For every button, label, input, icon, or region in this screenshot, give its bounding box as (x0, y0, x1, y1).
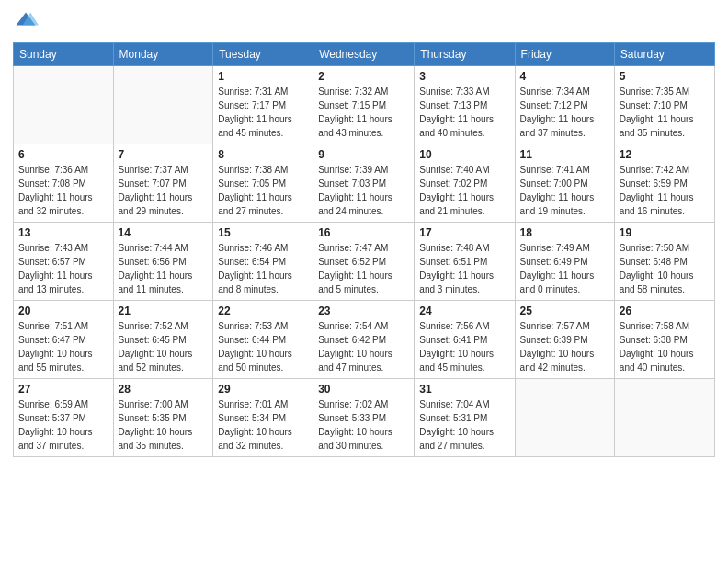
day-detail: Sunrise: 7:58 AMSunset: 6:38 PMDaylight:… (620, 319, 710, 374)
day-detail: Sunrise: 7:32 AMSunset: 7:15 PMDaylight:… (318, 85, 409, 140)
sunrise-text: Sunrise: 7:52 AM (119, 321, 188, 331)
day-detail: Sunrise: 7:53 AMSunset: 6:44 PMDaylight:… (218, 319, 308, 374)
day-detail: Sunrise: 7:47 AMSunset: 6:52 PMDaylight:… (318, 241, 409, 296)
day-detail: Sunrise: 7:04 AMSunset: 5:31 PMDaylight:… (419, 397, 509, 453)
calendar-cell: 2Sunrise: 7:32 AMSunset: 7:15 PMDaylight… (313, 66, 415, 144)
sunset-text: Sunset: 6:38 PM (620, 335, 688, 345)
day-number: 28 (119, 383, 209, 396)
day-number: 29 (218, 383, 308, 396)
day-detail: Sunrise: 7:44 AMSunset: 6:56 PMDaylight:… (119, 241, 209, 296)
weekday-header-monday: Monday (113, 43, 213, 66)
daylight-text: Daylight: 11 hours and 19 minutes. (520, 192, 595, 216)
logo-icon (13, 9, 39, 35)
day-detail: Sunrise: 7:01 AMSunset: 5:34 PMDaylight:… (218, 397, 308, 453)
sunset-text: Sunset: 5:34 PM (218, 413, 286, 423)
calendar-cell: 1Sunrise: 7:31 AMSunset: 7:17 PMDaylight… (213, 66, 313, 144)
sunrise-text: Sunrise: 7:44 AM (119, 243, 188, 253)
sunset-text: Sunset: 6:48 PM (620, 257, 688, 267)
weekday-header-friday: Friday (515, 43, 614, 66)
sunset-text: Sunset: 6:42 PM (318, 335, 386, 345)
sunrise-text: Sunrise: 7:00 AM (119, 399, 188, 409)
day-detail: Sunrise: 7:37 AMSunset: 7:07 PMDaylight:… (119, 163, 209, 218)
calendar-cell: 8Sunrise: 7:38 AMSunset: 7:05 PMDaylight… (213, 144, 313, 223)
sunset-text: Sunset: 5:37 PM (18, 413, 86, 423)
calendar-cell: 27Sunrise: 6:59 AMSunset: 5:37 PMDayligh… (14, 379, 114, 457)
daylight-text: Daylight: 10 hours and 35 minutes. (119, 427, 193, 451)
day-number: 26 (620, 304, 710, 317)
sunset-text: Sunset: 6:51 PM (419, 257, 487, 267)
daylight-text: Daylight: 10 hours and 52 minutes. (119, 349, 193, 373)
sunrise-text: Sunrise: 7:47 AM (318, 243, 388, 253)
calendar-cell: 19Sunrise: 7:50 AMSunset: 6:48 PMDayligh… (614, 223, 714, 301)
calendar-cell: 30Sunrise: 7:02 AMSunset: 5:33 PMDayligh… (313, 379, 415, 457)
daylight-text: Daylight: 11 hours and 24 minutes. (318, 192, 392, 216)
calendar-page: SundayMondayTuesdayWednesdayThursdayFrid… (0, 0, 728, 563)
sunrise-text: Sunrise: 7:48 AM (419, 243, 489, 253)
calendar-cell: 11Sunrise: 7:41 AMSunset: 7:00 PMDayligh… (515, 144, 614, 223)
day-detail: Sunrise: 7:34 AMSunset: 7:12 PMDaylight:… (520, 85, 609, 140)
calendar-cell: 21Sunrise: 7:52 AMSunset: 6:45 PMDayligh… (113, 301, 213, 379)
sunrise-text: Sunrise: 7:43 AM (18, 243, 88, 253)
daylight-text: Daylight: 11 hours and 21 minutes. (419, 192, 494, 216)
day-number: 21 (119, 304, 209, 317)
calendar-table: SundayMondayTuesdayWednesdayThursdayFrid… (13, 42, 715, 457)
day-number: 6 (18, 148, 108, 161)
calendar-cell: 24Sunrise: 7:56 AMSunset: 6:41 PMDayligh… (415, 301, 515, 379)
calendar-cell: 4Sunrise: 7:34 AMSunset: 7:12 PMDaylight… (515, 66, 614, 144)
calendar-cell: 23Sunrise: 7:54 AMSunset: 6:42 PMDayligh… (313, 301, 415, 379)
sunset-text: Sunset: 7:15 PM (318, 100, 386, 110)
sunrise-text: Sunrise: 7:58 AM (620, 321, 689, 331)
day-number: 5 (620, 70, 710, 83)
sunset-text: Sunset: 7:03 PM (318, 178, 386, 189)
day-detail: Sunrise: 7:31 AMSunset: 7:17 PMDaylight:… (218, 85, 308, 140)
daylight-text: Daylight: 10 hours and 27 minutes. (419, 427, 494, 451)
calendar-cell: 17Sunrise: 7:48 AMSunset: 6:51 PMDayligh… (415, 223, 515, 301)
sunrise-text: Sunrise: 7:50 AM (620, 243, 689, 253)
day-detail: Sunrise: 7:33 AMSunset: 7:13 PMDaylight:… (419, 85, 509, 140)
daylight-text: Daylight: 10 hours and 37 minutes. (18, 427, 93, 451)
calendar-cell: 6Sunrise: 7:36 AMSunset: 7:08 PMDaylight… (14, 144, 114, 223)
day-detail: Sunrise: 7:00 AMSunset: 5:35 PMDaylight:… (119, 397, 209, 453)
calendar-cell (113, 66, 213, 144)
calendar-cell: 9Sunrise: 7:39 AMSunset: 7:03 PMDaylight… (313, 144, 415, 223)
sunset-text: Sunset: 5:33 PM (318, 413, 386, 423)
day-number: 16 (318, 226, 409, 239)
day-number: 13 (18, 226, 108, 239)
day-detail: Sunrise: 7:57 AMSunset: 6:39 PMDaylight:… (520, 319, 609, 374)
calendar-cell: 3Sunrise: 7:33 AMSunset: 7:13 PMDaylight… (415, 66, 515, 144)
sunrise-text: Sunrise: 7:53 AM (218, 321, 288, 331)
sunset-text: Sunset: 6:54 PM (218, 257, 286, 267)
calendar-cell: 5Sunrise: 7:35 AMSunset: 7:10 PMDaylight… (614, 66, 714, 144)
sunrise-text: Sunrise: 7:46 AM (218, 243, 288, 253)
day-detail: Sunrise: 7:40 AMSunset: 7:02 PMDaylight:… (419, 163, 509, 218)
sunset-text: Sunset: 6:59 PM (620, 178, 688, 189)
day-number: 31 (419, 383, 509, 396)
calendar-cell: 7Sunrise: 7:37 AMSunset: 7:07 PMDaylight… (113, 144, 213, 223)
weekday-header-sunday: Sunday (14, 43, 114, 66)
day-detail: Sunrise: 7:38 AMSunset: 7:05 PMDaylight:… (218, 163, 308, 218)
day-number: 27 (18, 383, 108, 396)
sunset-text: Sunset: 7:02 PM (419, 178, 487, 189)
sunset-text: Sunset: 7:10 PM (620, 100, 688, 110)
calendar-cell: 25Sunrise: 7:57 AMSunset: 6:39 PMDayligh… (515, 301, 614, 379)
sunset-text: Sunset: 6:57 PM (18, 257, 86, 267)
day-number: 23 (318, 304, 409, 317)
sunset-text: Sunset: 7:08 PM (18, 178, 86, 189)
day-detail: Sunrise: 7:39 AMSunset: 7:03 PMDaylight:… (318, 163, 409, 218)
day-number: 18 (520, 226, 609, 239)
daylight-text: Daylight: 11 hours and 16 minutes. (620, 192, 694, 216)
week-row-1: 1Sunrise: 7:31 AMSunset: 7:17 PMDaylight… (14, 66, 715, 144)
daylight-text: Daylight: 11 hours and 43 minutes. (318, 114, 392, 138)
daylight-text: Daylight: 10 hours and 58 minutes. (620, 270, 694, 294)
calendar-cell: 29Sunrise: 7:01 AMSunset: 5:34 PMDayligh… (213, 379, 313, 457)
weekday-header-wednesday: Wednesday (313, 43, 415, 66)
day-detail: Sunrise: 7:02 AMSunset: 5:33 PMDaylight:… (318, 397, 409, 453)
sunset-text: Sunset: 7:07 PM (119, 178, 187, 189)
calendar-cell (515, 379, 614, 457)
sunset-text: Sunset: 6:56 PM (119, 257, 187, 267)
day-number: 24 (419, 304, 509, 317)
sunrise-text: Sunrise: 7:02 AM (318, 399, 388, 409)
sunrise-text: Sunrise: 7:01 AM (218, 399, 288, 409)
day-number: 20 (18, 304, 108, 317)
daylight-text: Daylight: 10 hours and 42 minutes. (520, 349, 595, 373)
